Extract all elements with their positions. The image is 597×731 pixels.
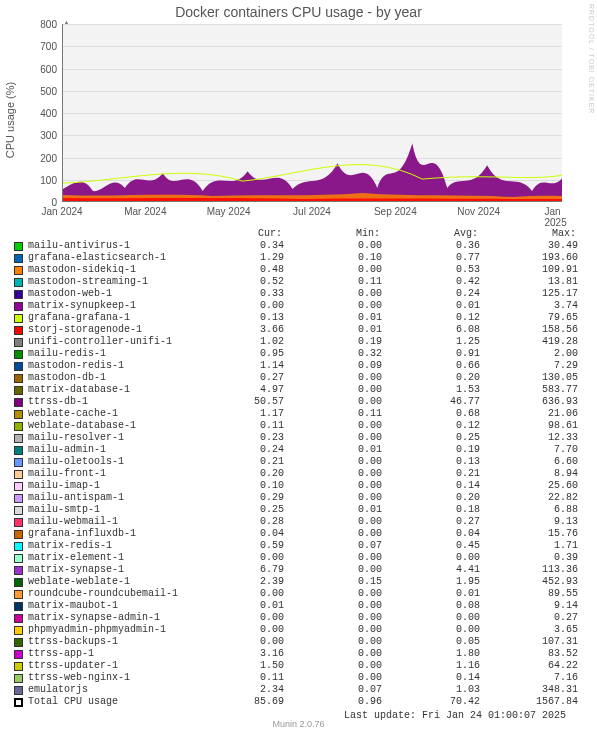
legend-row: grafana-influxdb-10.040.000.0415.76 (14, 528, 584, 540)
legend-max: 130.05 (480, 372, 578, 384)
legend-swatch (14, 350, 23, 359)
y-tick: 500 (17, 86, 57, 97)
legend-row: weblate-database-10.110.000.1298.61 (14, 420, 584, 432)
legend-swatch (14, 278, 23, 287)
legend-row: mailu-front-10.200.000.218.94 (14, 468, 584, 480)
legend-name: matrix-maubot-1 (28, 600, 186, 612)
legend-min: 0.00 (284, 516, 382, 528)
legend-max: 109.91 (480, 264, 578, 276)
legend-cur: 0.25 (186, 504, 284, 516)
legend-swatch (14, 398, 23, 407)
legend-swatch (14, 614, 23, 623)
legend-name: weblate-cache-1 (28, 408, 186, 420)
legend-swatch (14, 242, 23, 251)
legend-swatch (14, 410, 23, 419)
legend-min: 0.00 (284, 480, 382, 492)
legend-row: Total CPU usage85.690.9670.421567.84 (14, 696, 584, 708)
legend-min: 0.07 (284, 684, 382, 696)
legend-min: 0.00 (284, 456, 382, 468)
y-tick: 300 (17, 130, 57, 141)
legend-name: matrix-element-1 (28, 552, 186, 564)
legend-name: roundcube-roundcubemail-1 (28, 588, 186, 600)
legend-name: weblate-weblate-1 (28, 576, 186, 588)
legend-name: emulatorjs (28, 684, 186, 696)
legend-min: 0.00 (284, 528, 382, 540)
legend-max: 3.65 (480, 624, 578, 636)
legend-cur: 6.79 (186, 564, 284, 576)
legend-min: 0.00 (284, 552, 382, 564)
legend-name: mailu-resolver-1 (28, 432, 186, 444)
legend-avg: 0.04 (382, 528, 480, 540)
chart-title: Docker containers CPU usage - by year (0, 0, 597, 20)
legend-name: mastodon-redis-1 (28, 360, 186, 372)
legend-max: 636.93 (480, 396, 578, 408)
legend-cur: 2.39 (186, 576, 284, 588)
legend-min: 0.00 (284, 396, 382, 408)
legend-min: 0.32 (284, 348, 382, 360)
legend-name: mailu-redis-1 (28, 348, 186, 360)
legend-swatch (14, 554, 23, 563)
legend-max: 583.77 (480, 384, 578, 396)
legend-row: grafana-elasticsearch-11.290.100.77193.6… (14, 252, 584, 264)
legend-name: matrix-database-1 (28, 384, 186, 396)
legend-name: ttrss-backups-1 (28, 636, 186, 648)
legend-cur: 0.00 (186, 588, 284, 600)
legend-name: mailu-webmail-1 (28, 516, 186, 528)
legend-avg: 0.13 (382, 456, 480, 468)
legend-max: 7.16 (480, 672, 578, 684)
legend-name: matrix-synupkeep-1 (28, 300, 186, 312)
legend-swatch (14, 578, 23, 587)
legend-min: 0.00 (284, 612, 382, 624)
legend-min: 0.11 (284, 408, 382, 420)
legend-row: mailu-smtp-10.250.010.186.88 (14, 504, 584, 516)
x-tick: Jan 2024 (41, 206, 82, 217)
legend-name: matrix-synapse-1 (28, 564, 186, 576)
legend-swatch (14, 602, 23, 611)
legend-swatch (14, 314, 23, 323)
legend-avg: 0.20 (382, 492, 480, 504)
legend-name: mailu-antispam-1 (28, 492, 186, 504)
legend-name: mailu-oletools-1 (28, 456, 186, 468)
legend-min: 0.10 (284, 252, 382, 264)
legend-cur: 0.52 (186, 276, 284, 288)
legend-min: 0.00 (284, 492, 382, 504)
legend-row: mastodon-streaming-10.520.110.4213.81 (14, 276, 584, 288)
legend-min: 0.00 (284, 432, 382, 444)
legend-min: 0.00 (284, 588, 382, 600)
watermark: RRDTOOL / TOBI OETIKER (588, 4, 595, 114)
legend-max: 3.74 (480, 300, 578, 312)
legend-min: 0.15 (284, 576, 382, 588)
legend-row: mastodon-sidekiq-10.480.000.53109.91 (14, 264, 584, 276)
legend-name: mastodon-streaming-1 (28, 276, 186, 288)
legend-max: 113.36 (480, 564, 578, 576)
rrd-graph-panel: Docker containers CPU usage - by year CP… (0, 0, 597, 731)
legend-avg: 0.08 (382, 600, 480, 612)
legend-avg: 0.21 (382, 468, 480, 480)
legend-name: mailu-antivirus-1 (28, 240, 186, 252)
legend-max: 1567.84 (480, 696, 578, 708)
y-tick: 100 (17, 175, 57, 186)
legend-min: 0.00 (284, 288, 382, 300)
legend-avg: 46.77 (382, 396, 480, 408)
legend-swatch (14, 338, 23, 347)
legend-name: matrix-redis-1 (28, 540, 186, 552)
legend-avg: 0.01 (382, 300, 480, 312)
legend-name: mastodon-db-1 (28, 372, 186, 384)
legend-avg: 0.01 (382, 588, 480, 600)
legend-swatch (14, 686, 23, 695)
y-tick: 400 (17, 108, 57, 119)
legend-avg: 0.36 (382, 240, 480, 252)
footer: Munin 2.0.76 (0, 719, 597, 729)
legend-avg: 0.68 (382, 408, 480, 420)
col-avg: Avg: (380, 228, 478, 240)
legend-cur: 0.27 (186, 372, 284, 384)
legend-row: weblate-weblate-12.390.151.95452.93 (14, 576, 584, 588)
legend-cur: 0.95 (186, 348, 284, 360)
legend-name: ttrss-app-1 (28, 648, 186, 660)
legend-avg: 0.42 (382, 276, 480, 288)
legend-swatch (14, 458, 23, 467)
legend-swatch (14, 434, 23, 443)
legend-row: mailu-antispam-10.290.000.2022.82 (14, 492, 584, 504)
legend-name: ttrss-updater-1 (28, 660, 186, 672)
legend-min: 0.00 (284, 564, 382, 576)
